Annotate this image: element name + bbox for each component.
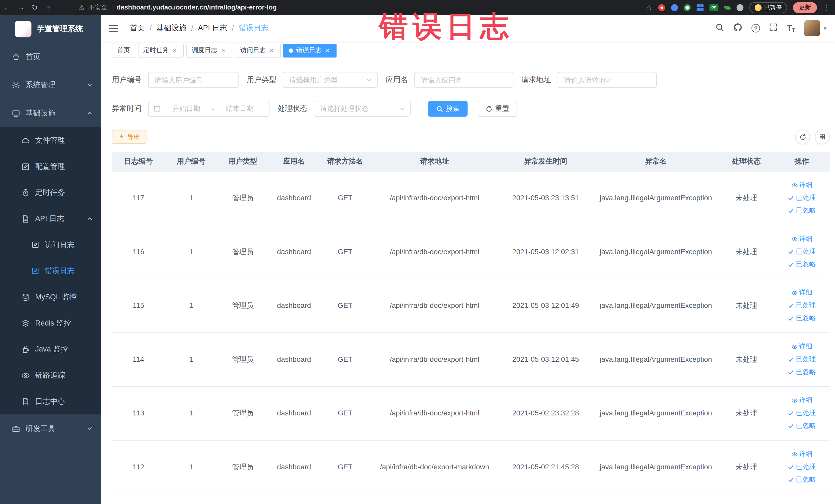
extension-green-icon[interactable]	[684, 4, 691, 11]
sidebar-item-log-center[interactable]: 日志中心	[0, 388, 101, 415]
sidebar-item-error-log[interactable]: 错误日志	[0, 258, 101, 284]
date-range-picker[interactable]: 开始日期 - 结束日期	[148, 101, 269, 117]
processed-link[interactable]: 已处理	[788, 407, 816, 420]
sidebar-item-label: Redis 监控	[35, 318, 71, 328]
update-button[interactable]: 更新	[793, 2, 817, 13]
ignored-link[interactable]: 已忽略	[788, 366, 816, 379]
tab-dispatch-log[interactable]: 调度日志×	[186, 43, 232, 57]
reload-icon[interactable]: ↻	[28, 3, 42, 12]
sidebar-item-mysql-monitor[interactable]: MySQL 监控	[0, 284, 101, 310]
processed-link[interactable]: 已处理	[788, 461, 816, 473]
paused-badge[interactable]: 已暂停	[749, 2, 787, 13]
start-date-placeholder[interactable]: 开始日期	[162, 104, 211, 114]
bookmark-star-icon[interactable]: ☆	[646, 3, 652, 12]
end-date-placeholder[interactable]: 结束日期	[216, 104, 264, 114]
question-icon[interactable]: ?	[752, 24, 760, 32]
app-name-input[interactable]	[414, 72, 513, 88]
github-icon[interactable]	[734, 23, 742, 34]
detail-link[interactable]: 详细	[791, 286, 812, 299]
tab-error-log[interactable]: 错误日志×	[283, 43, 337, 57]
request-url-input[interactable]	[557, 72, 657, 88]
sidebar-item-redis-monitor[interactable]: Redis 监控	[0, 310, 101, 336]
search-button[interactable]: 搜索	[428, 101, 468, 117]
sidebar-item-file-management[interactable]: 文件管理	[0, 127, 101, 154]
close-icon[interactable]: ×	[324, 47, 331, 54]
ignored-link[interactable]: 已忽略	[788, 473, 816, 486]
chevron-up-icon	[87, 110, 93, 116]
eye-icon	[791, 451, 797, 457]
back-icon[interactable]: ←	[0, 3, 14, 12]
breadcrumb-api-log[interactable]: API 日志	[198, 23, 227, 33]
caret-down-icon: ▾	[824, 25, 827, 32]
ignored-link[interactable]: 已忽略	[788, 312, 816, 325]
sidebar-item-access-log[interactable]: 访问日志	[0, 232, 101, 258]
user-id-cell: 1	[165, 440, 217, 494]
tab-home[interactable]: 首页	[112, 43, 135, 57]
process-status-select[interactable]: 请选择处理状态	[314, 101, 411, 117]
processed-link[interactable]: 已处理	[788, 353, 816, 366]
logo: 芋道管理系统	[0, 15, 101, 43]
hamburger-icon[interactable]	[101, 24, 125, 32]
close-icon[interactable]: ×	[171, 47, 178, 54]
ignored-link[interactable]: 已忽略	[788, 204, 816, 217]
filter-label: 请求地址	[521, 75, 551, 85]
app-name-cell: dashboard	[268, 171, 320, 225]
fullscreen-icon[interactable]	[769, 23, 778, 33]
user-type-cell: 管理员	[218, 171, 268, 225]
extension-on-icon[interactable]: on	[710, 4, 718, 11]
download-icon	[118, 134, 125, 140]
forward-icon[interactable]: →	[14, 3, 28, 12]
reset-button[interactable]: 重置	[478, 101, 517, 117]
detail-link[interactable]: 详细	[791, 233, 812, 245]
sidebar-item-system[interactable]: 系统管理	[0, 71, 101, 99]
exception-name-cell: java.lang.IllegalArgumentException	[593, 332, 719, 386]
user-menu[interactable]: ▾	[805, 20, 827, 36]
user-id-input[interactable]	[148, 72, 239, 88]
extension-paw-icon[interactable]	[736, 4, 744, 11]
sidebar-item-home[interactable]: 首页	[0, 43, 101, 71]
user-type-select[interactable]: 请选择用户类型	[283, 72, 378, 88]
sidebar-item-trace[interactable]: 链路追踪	[0, 362, 101, 388]
detail-link[interactable]: 详细	[791, 394, 812, 407]
logo-title: 芋道管理系统	[37, 24, 83, 34]
sidebar-item-infra[interactable]: 基础设施	[0, 99, 101, 127]
ignored-link[interactable]: 已忽略	[788, 258, 816, 271]
sidebar-item-scheduled-tasks[interactable]: 定时任务	[0, 180, 101, 206]
refresh-button[interactable]	[795, 129, 810, 144]
home-icon[interactable]: ⌂	[42, 3, 56, 12]
column-settings-button[interactable]	[815, 129, 830, 144]
processed-link[interactable]: 已处理	[788, 299, 816, 312]
close-icon[interactable]: ×	[220, 47, 227, 54]
filter-app-name: 应用名	[386, 72, 513, 88]
detail-link[interactable]: 详细	[791, 179, 812, 191]
sidebar-item-config-management[interactable]: 配置管理	[0, 154, 101, 180]
processed-link[interactable]: 已处理	[788, 245, 816, 258]
search-icon[interactable]	[715, 23, 725, 34]
chrome-menu-icon[interactable]: ⋮	[823, 3, 830, 11]
sidebar-item-label: 定时任务	[35, 188, 65, 197]
address-bar[interactable]: ⚠ 不安全 | dashboard.yudao.iocoder.cn/infra…	[79, 3, 277, 12]
detail-link[interactable]: 详细	[791, 340, 812, 353]
extension-blue-icon[interactable]	[671, 4, 678, 11]
breadcrumb-home[interactable]: 首页	[130, 23, 145, 33]
sidebar-item-java-monitor[interactable]: Java 监控	[0, 336, 101, 362]
tab-scheduled-tasks[interactable]: 定时任务×	[138, 43, 184, 57]
export-button[interactable]: 导出	[112, 130, 147, 144]
font-size-icon[interactable]: TT	[787, 24, 795, 32]
method-cell: GET	[320, 386, 371, 440]
ignored-link[interactable]: 已忽略	[788, 420, 816, 432]
breadcrumb-infra[interactable]: 基础设施	[157, 23, 186, 33]
extension-leaf-icon[interactable]	[724, 4, 731, 11]
sidebar-item-api-log[interactable]: API 日志	[0, 206, 101, 232]
extension-red-icon[interactable]	[658, 4, 665, 11]
processed-link[interactable]: 已处理	[788, 191, 816, 204]
exception-name-cell: java.lang.IllegalArgumentException	[593, 171, 719, 225]
close-icon[interactable]: ×	[268, 47, 276, 54]
actions-cell: 详细 已处理 已忽略	[774, 225, 830, 279]
detail-link[interactable]: 详细	[791, 448, 812, 461]
sidebar-item-devtools[interactable]: 研发工具	[0, 415, 101, 443]
request-url-cell: /api/infra/db-doc/export-html	[371, 225, 498, 279]
sidebar-item-label: 日志中心	[35, 397, 65, 406]
tab-access-log[interactable]: 访问日志×	[235, 43, 281, 57]
extension-grid-icon[interactable]	[697, 4, 704, 11]
